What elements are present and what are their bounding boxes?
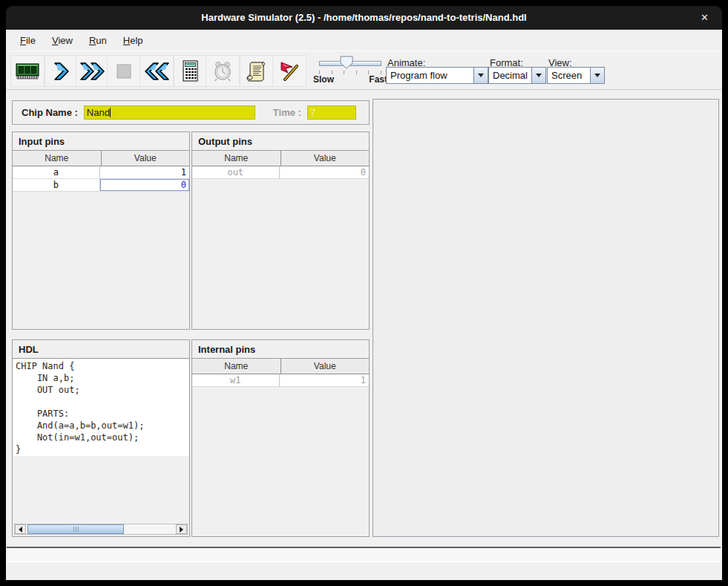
input-pins-title: Input pins	[13, 132, 189, 151]
animate-value: Program flow	[387, 68, 473, 83]
menu-run[interactable]: Run	[82, 32, 114, 49]
menu-view[interactable]: View	[45, 32, 79, 49]
window-title: Hardware Simulator (2.5) - /home/thomas/…	[6, 6, 722, 30]
format-value: Decimal	[489, 68, 531, 83]
chevron-down-icon	[478, 74, 484, 77]
animate-select[interactable]: Program flow	[386, 67, 488, 84]
slider-fast-label: Fast	[369, 74, 387, 85]
table-row: w1 1	[192, 374, 369, 387]
output-pins-title: Output pins	[192, 132, 369, 151]
column-value: Value	[102, 151, 190, 166]
window-body: File View Run Help	[6, 30, 722, 580]
right-arrow-icon	[180, 527, 183, 533]
flag-icon	[278, 60, 301, 82]
run-button[interactable]	[76, 55, 110, 87]
pin-name: a	[13, 166, 100, 178]
toolbar: Slow Fast Animate: Program flow Format: …	[6, 51, 722, 90]
single-step-icon	[52, 61, 71, 82]
output-pins-header: Name Value	[192, 151, 369, 166]
output-pins-panel: Output pins Name Value out 0	[191, 131, 370, 330]
calculator-button[interactable]	[174, 55, 208, 87]
chevron-down-icon	[536, 74, 542, 77]
chip-name-label: Chip Name :	[22, 107, 78, 118]
slider-slow-label: Slow	[313, 74, 334, 85]
screen-display-panel	[373, 99, 719, 537]
format-select[interactable]: Decimal	[488, 67, 546, 84]
code-line: CHIP Nand {	[16, 360, 188, 372]
column-value: Value	[281, 151, 370, 166]
format-dropdown-button[interactable]	[531, 68, 545, 83]
clock-button[interactable]	[206, 55, 240, 87]
pin-value: 0	[280, 166, 370, 178]
status-bar	[7, 547, 721, 562]
chip-icon	[16, 62, 39, 81]
hdl-panel: HDL CHIP Nand { IN a,b; OUT out; PARTS: …	[12, 339, 190, 537]
stop-button[interactable]	[107, 55, 141, 87]
stop-icon	[116, 63, 132, 79]
clock-icon	[211, 60, 234, 82]
pin-value: 1	[280, 374, 370, 386]
view-value: Screen	[548, 68, 590, 83]
menu-help[interactable]: Help	[117, 32, 150, 49]
code-line: OUT out;	[16, 384, 188, 396]
rewind-icon	[143, 61, 170, 82]
internal-pins-panel: Internal pins Name Value w1 1	[191, 339, 370, 537]
code-line: Not(in=w1,out=out);	[16, 432, 188, 443]
chip-name-input[interactable]: Nand	[84, 105, 255, 120]
text-caret	[110, 108, 111, 117]
input-pins-panel: Input pins Name Value a 1 b 0	[12, 131, 190, 330]
code-line: }	[16, 443, 188, 455]
scroll-left-button[interactable]	[15, 524, 26, 534]
internal-pins-header: Name Value	[192, 359, 369, 374]
view-select[interactable]: Screen	[547, 67, 605, 84]
titlebar: Hardware Simulator (2.5) - /home/thomas/…	[6, 6, 722, 30]
column-name: Name	[192, 359, 281, 374]
pin-value-editing[interactable]: 0	[100, 179, 190, 191]
scroll-right-button[interactable]	[176, 524, 187, 534]
pin-name: w1	[192, 374, 280, 386]
calculator-icon	[180, 59, 201, 83]
reset-button[interactable]	[140, 55, 174, 87]
column-name: Name	[192, 151, 281, 166]
single-step-button[interactable]	[45, 55, 79, 87]
input-pins-header: Name Value	[13, 151, 189, 166]
pin-name: out	[192, 166, 280, 178]
load-chip-button[interactable]	[10, 55, 45, 87]
menubar: File View Run Help	[6, 30, 722, 51]
script-icon	[246, 60, 268, 82]
chevron-down-icon	[594, 74, 600, 77]
close-button[interactable]: ✕	[701, 6, 709, 30]
menu-file[interactable]: File	[13, 32, 42, 49]
table-row: a 1	[13, 166, 189, 179]
breakpoints-button[interactable]	[272, 55, 306, 87]
speed-slider: Slow Fast	[312, 55, 389, 88]
left-arrow-icon	[19, 527, 22, 533]
column-name: Name	[13, 151, 102, 166]
view-dropdown-button[interactable]	[590, 68, 604, 83]
time-field: 7	[307, 105, 356, 120]
animate-dropdown-button[interactable]	[473, 68, 488, 83]
load-script-button[interactable]	[240, 55, 274, 87]
slider-thumb[interactable]	[340, 56, 353, 72]
hdl-horizontal-scrollbar[interactable]	[14, 524, 188, 535]
time-label: Time :	[273, 107, 301, 118]
code-line: And(a=a,b=b,out=w1);	[16, 420, 188, 432]
code-line: IN a,b;	[16, 372, 188, 384]
code-line	[16, 396, 188, 408]
table-row: b 0	[13, 179, 189, 192]
column-value: Value	[281, 359, 370, 374]
pin-name: b	[13, 179, 100, 191]
hdl-title: HDL	[13, 340, 189, 359]
code-line: PARTS:	[16, 408, 188, 420]
hdl-code-view[interactable]: CHIP Nand { IN a,b; OUT out; PARTS: And(…	[13, 359, 188, 456]
pin-value[interactable]: 1	[100, 166, 190, 178]
chip-name-bar: Chip Name : Nand Time : 7	[12, 100, 370, 125]
scrollbar-thumb[interactable]	[27, 524, 124, 534]
table-row: out 0	[192, 166, 369, 179]
run-icon	[79, 61, 106, 82]
internal-pins-title: Internal pins	[192, 340, 369, 359]
